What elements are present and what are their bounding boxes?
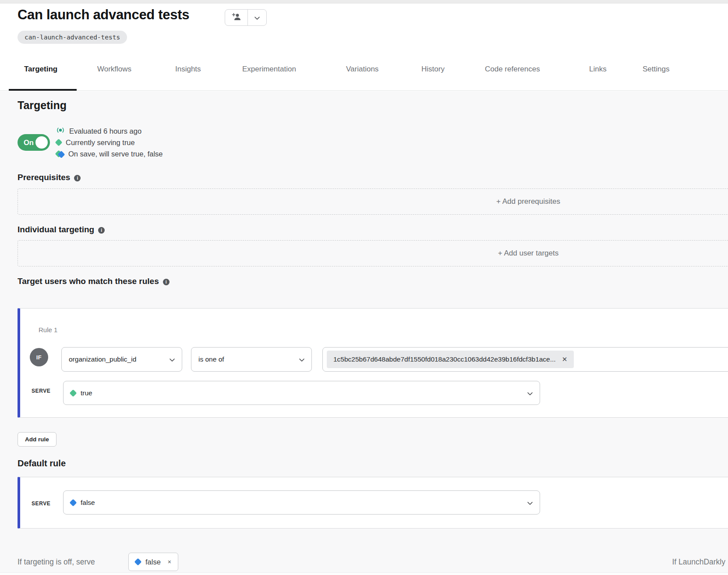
rule-card: Rule 1 IF organization_public_id is one …: [18, 308, 728, 418]
tab-links[interactable]: Links: [589, 65, 607, 74]
chevron-down-icon: [254, 14, 260, 21]
flag-key-badge: can-launch-advanced-tests: [18, 31, 127, 44]
targeting-section-title: Targeting: [18, 99, 67, 112]
window-top-edge: [0, 0, 728, 4]
toggle-knob: [35, 136, 48, 149]
serve-label: SERVE: [32, 500, 50, 507]
add-member-button[interactable]: [225, 10, 248, 25]
info-icon[interactable]: [98, 227, 105, 234]
default-rule-title: Default rule: [18, 458, 66, 469]
rule-operator-dropdown[interactable]: is one of: [191, 347, 312, 372]
remove-value-icon[interactable]: ✕: [562, 355, 568, 363]
status-on-save-text: On save, will serve true, false: [68, 150, 163, 158]
if-badge: IF: [30, 348, 48, 366]
tab-settings[interactable]: Settings: [643, 65, 669, 74]
info-icon[interactable]: [163, 279, 170, 285]
status-on-save-row: On save, will serve true, false: [56, 148, 163, 160]
rule-serve-value: true: [81, 389, 92, 397]
status-serving-text: Currently serving true: [66, 138, 135, 147]
tab-insights[interactable]: Insights: [175, 65, 201, 74]
page-title: Can launch advanced tests: [18, 7, 189, 23]
prerequisites-heading: Prerequisites: [18, 173, 81, 182]
chevron-down-icon: [170, 355, 175, 363]
individual-targeting-heading: Individual targeting: [18, 225, 105, 234]
tab-experimentation[interactable]: Experimentation: [242, 65, 296, 74]
rule-attribute-dropdown[interactable]: organization_public_id: [61, 347, 182, 372]
add-prerequisites-area[interactable]: + Add prerequisites: [18, 188, 728, 215]
individual-targeting-title: Individual targeting: [18, 225, 94, 234]
default-serve-dropdown[interactable]: false: [63, 490, 540, 515]
default-rule-heading: Default rule: [18, 458, 66, 469]
off-variation-label: If targeting is off, serve: [18, 557, 95, 567]
serve-label: SERVE: [32, 388, 50, 394]
rule-values-input[interactable]: 1c5bc25b67d648abde7df1550fd018a230cc1063…: [322, 347, 728, 372]
active-tab-underline: [9, 89, 77, 91]
default-rule-card: SERVE false: [18, 477, 728, 529]
variation-true-false-diamonds-icon: [56, 151, 64, 156]
flag-actions-button-group: [225, 9, 267, 26]
chevron-down-icon: [527, 499, 533, 507]
flag-actions-menu-button[interactable]: [248, 10, 266, 25]
variation-true-diamond-icon: [55, 139, 63, 146]
flag-on-off-toggle[interactable]: On: [18, 134, 50, 151]
rules-heading: Target users who match these rules: [18, 277, 170, 286]
prerequisites-title: Prerequisites: [18, 173, 70, 182]
add-prerequisites-label[interactable]: + Add prerequisites: [496, 197, 560, 206]
status-serving-row: Currently serving true: [56, 137, 163, 148]
status-evaluated-text: Evaluated 6 hours ago: [69, 127, 141, 135]
flag-targeting-page: Can launch advanced tests can-launch-adv…: [0, 0, 728, 575]
rules-title: Target users who match these rules: [18, 277, 159, 286]
rule-name: Rule 1: [39, 326, 57, 334]
evaluation-pulse-icon: [56, 127, 65, 135]
tab-bar: Targeting Workflows Insights Experimenta…: [0, 57, 728, 91]
rule-value-token: 1c5bc25b67d648abde7df1550fd018a230cc1063…: [327, 351, 574, 368]
off-variation-value: false: [145, 558, 161, 566]
default-serve-value: false: [81, 499, 95, 507]
flag-status-summary: Evaluated 6 hours ago Currently serving …: [56, 125, 163, 160]
fallback-label: If LaunchDarkly: [672, 557, 725, 567]
rule-value-text: 1c5bc25b67d648abde7df1550fd018a230cc1063…: [333, 355, 556, 363]
rule-operator-value: is one of: [198, 355, 224, 363]
tab-variations[interactable]: Variations: [346, 65, 378, 74]
toggle-state-label: On: [24, 138, 34, 147]
tab-code-references[interactable]: Code references: [485, 65, 540, 74]
chevron-down-icon: [299, 355, 304, 363]
add-user-targets-area[interactable]: + Add user targets: [18, 240, 728, 266]
status-evaluated-row: Evaluated 6 hours ago: [56, 125, 163, 137]
tab-history[interactable]: History: [421, 65, 445, 74]
false-diamond-icon: [134, 558, 142, 566]
rule-attribute-value: organization_public_id: [69, 355, 136, 363]
rule-serve-dropdown[interactable]: true: [63, 381, 540, 405]
false-diamond-icon: [70, 499, 77, 506]
add-rule-button[interactable]: Add rule: [18, 432, 57, 447]
person-add-icon: [232, 13, 241, 22]
off-variation-selector[interactable]: false ×: [128, 553, 178, 571]
info-icon[interactable]: [74, 175, 81, 181]
true-diamond-icon: [70, 389, 77, 397]
tab-workflows[interactable]: Workflows: [97, 65, 131, 74]
add-user-targets-label[interactable]: + Add user targets: [498, 249, 558, 258]
chevron-down-icon: [527, 389, 533, 397]
tab-targeting[interactable]: Targeting: [24, 65, 57, 74]
window-bottom-edge: [0, 572, 728, 575]
remove-off-variation-icon[interactable]: ×: [168, 558, 171, 565]
